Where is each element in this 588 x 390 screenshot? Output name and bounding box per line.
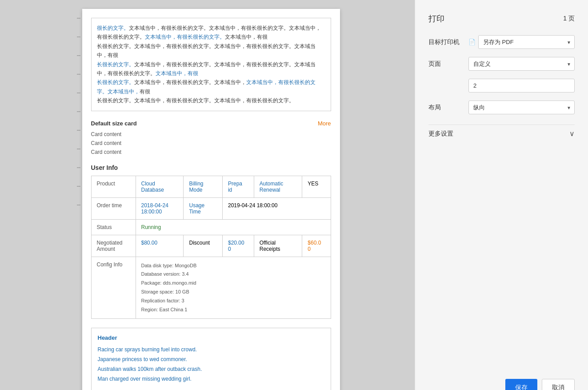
ruler-mark [77,186,80,187]
config-line-5: Replication factor: 3 [141,297,325,306]
usage-time-label: Usage Time [189,202,204,215]
ruler-mark [77,130,80,131]
card-content-1: Card content [91,131,331,137]
layout-value-wrapper: 纵向 横向 ▼ [468,101,575,114]
config-line-4: Storage space: 10 GB [141,288,325,297]
page-select[interactable]: 自定义 全部 [468,57,575,71]
target-printer-select[interactable]: 另存为 PDF [478,35,575,49]
card-header: Default size card More [91,120,331,127]
status-label: Status [91,219,136,235]
panel-footer: 保存 取消 [505,379,575,390]
table-row-config: Config Info Data disk type: MongoDB Data… [91,257,331,319]
card-title: Default size card [91,120,137,127]
target-printer-select-wrapper[interactable]: 📄 另存为 PDF ▼ [468,35,575,49]
target-printer-value-wrapper: 📄 另存为 PDF ▼ [468,35,575,49]
ruler [75,9,82,390]
user-info-table: Product Cloud Database Billing Mode Prep… [91,176,331,319]
chevron-down-icon: ∨ [569,129,575,138]
config-label: Config Info [91,257,136,319]
order-time: 18:00:00 [141,209,162,215]
print-title: 打印 [428,13,444,24]
page-value-wrapper: 自定义 全部 ▼ [468,57,575,71]
page-number-input[interactable]: 2 [468,79,575,92]
ruler-mark [77,167,80,168]
card-content-2: Card content [91,140,331,146]
usage-time-cell: Usage Time [184,197,222,219]
table-row-order-time: Order time 2018-04-24 18:00:00 Usage Tim… [91,197,331,219]
print-panel: 打印 1 页 目标打印机 📄 另存为 PDF ▼ 页面 自定义 全部 ▼ [415,0,588,390]
card-section: Default size card More Card content Card… [91,120,331,155]
target-printer-label: 目标打印机 [428,38,468,46]
prepaid-cell: Prepa id [222,176,254,197]
official-receipts-label: Official Receipts [254,235,302,257]
page-label: 页面 [428,60,468,68]
header-item-3: Australian walks 100km after outback cra… [98,366,324,372]
ruler-mark [77,205,80,205]
product-label: Product [91,176,136,197]
yes-cell: YES [302,176,331,197]
table-row-status: Status Running [91,219,331,235]
header-item-1: Racing car sprays burning fuel into crow… [98,346,324,353]
layout-select-wrapper[interactable]: 纵向 横向 ▼ [468,101,575,114]
auto-renewal-line1: Automatic [260,181,283,187]
end-time-cell: 2019-04-24 18:00:00 [222,197,331,219]
layout-row: 布局 纵向 横向 ▼ [428,101,575,114]
order-time-value: 2018-04-24 18:00:00 [136,197,184,219]
cancel-button[interactable]: 取消 [542,379,575,390]
table-row-negotiated: Negotiated Amount $80.00 Discount $20.00… [91,235,331,257]
user-info-section: User Info Product Cloud Database Billing… [91,164,331,319]
auto-renewal-cell: Automatic Renewal [254,176,302,197]
print-page: 很长的文字。文本域当中，有很长很长的文字。文本域当中，有很长很长的文字。文本域当… [82,9,340,390]
discount-amount: $20.00 0 [222,235,254,257]
preview-area: 很长的文字。文本域当中，有很长很长的文字。文本域当中，有很长很长的文字。文本域当… [0,0,415,390]
document-icon: 📄 [468,39,476,45]
config-line-1: Data disk type: MongoDB [141,261,325,270]
config-line-6: Region: East China 1 [141,306,325,314]
page-select-wrapper[interactable]: 自定义 全部 ▼ [468,57,575,71]
negotiated-label: Negotiated Amount [91,235,136,257]
page-number-input-wrapper[interactable]: 2 [468,79,575,92]
billing-line2: Mode [189,187,202,193]
card-more-link[interactable]: More [318,120,331,127]
config-values: Data disk type: MongoDB Database version… [136,257,331,319]
ruler-mark [77,18,80,19]
config-line-3: Package: dds.mongo.mid [141,279,325,288]
ruler-mark [77,149,80,149]
print-panel-header: 打印 1 页 [428,13,575,24]
more-settings-row[interactable]: 更多设置 ∨ [428,125,575,142]
order-time-label: Order time [91,197,136,219]
ruler-mark [77,111,80,112]
official-amount: $60.0 0 [302,235,331,257]
billing-line1: Billing [189,181,203,187]
discount-label: Discount [184,235,222,257]
table-row-product: Product Cloud Database Billing Mode Prep… [91,176,331,197]
card-content-3: Card content [91,149,331,155]
user-info-title: User Info [91,164,331,171]
long-text-block: 很长的文字。文本域当中，有很长很长的文字。文本域当中，有很长很长的文字。文本域当… [91,18,331,111]
save-button[interactable]: 保存 [505,379,537,390]
layout-select[interactable]: 纵向 横向 [468,101,575,114]
ruler-mark [77,92,80,93]
product-value: Cloud Database [136,176,184,197]
auto-renewal-line2: Renewal [260,187,280,193]
page-row: 页面 自定义 全部 ▼ [428,57,575,71]
status-value: Running [136,219,331,235]
prepaid-line2: id [228,187,232,193]
layout-label: 布局 [428,104,468,112]
header-item-2: Japanese princess to wed commoner. [98,356,324,362]
negotiated-amount: $80.00 [136,235,184,257]
prepaid-line1: Prepa [228,181,242,187]
header-card: Header Racing car sprays burning fuel in… [91,328,331,390]
target-printer-row: 目标打印机 📄 另存为 PDF ▼ [428,35,575,49]
print-page-count: 1 页 [563,15,575,23]
more-settings-label: 更多设置 [428,130,453,138]
ruler-mark [77,55,80,56]
ruler-mark [77,36,80,37]
config-line-2: Database version: 3.4 [141,270,325,279]
ruler-mark [77,74,80,75]
order-date: 2018-04-24 [141,202,168,209]
negotiated-label-text: Negotiated Amount [97,240,123,252]
billing-mode-cell: Billing Mode [184,176,222,197]
page-number-row: 2 [428,79,575,92]
header-item-4: Man charged over missing wedding girl. [98,376,324,382]
